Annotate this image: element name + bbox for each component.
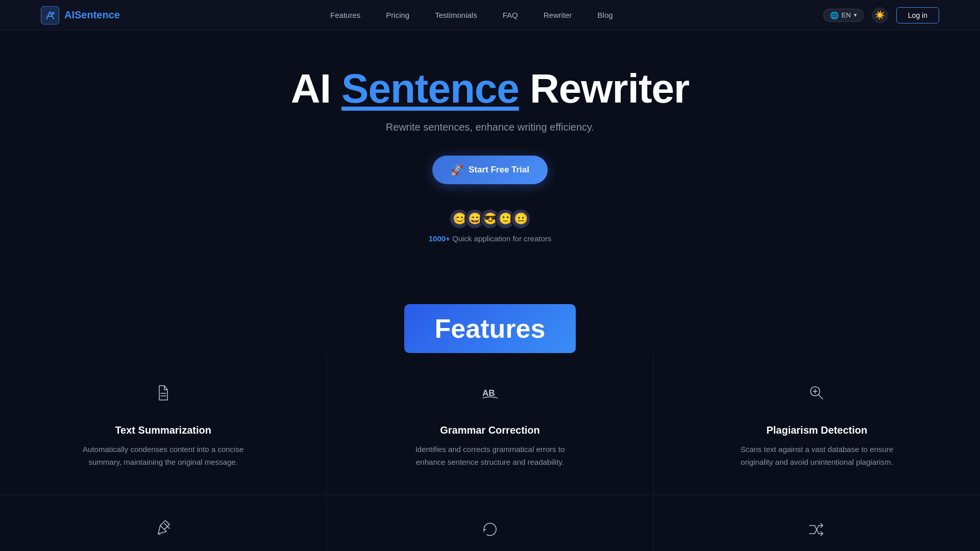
search-zoom-icon <box>807 384 826 415</box>
nav-rewriter[interactable]: Rewriter <box>544 11 572 19</box>
social-proof: 😊 😄 😎 🙂 😐 1000+ Quick application for cr… <box>429 209 552 243</box>
nav-blog[interactable]: Blog <box>598 11 613 19</box>
cta-label: Start Free Trial <box>469 165 529 175</box>
nav-links: Features Pricing Testimonials FAQ Rewrit… <box>330 11 612 19</box>
ab-icon: AB <box>481 384 499 415</box>
hero-title-blue: Sentence <box>341 66 519 111</box>
logo-svg <box>44 10 56 21</box>
feature-grammar-correction: AB Grammar Correction Identifies and cor… <box>327 353 653 495</box>
hero-title-prefix: AI <box>291 66 341 111</box>
shuffle-svg <box>807 520 826 539</box>
hero-title-suffix: Rewriter <box>519 66 689 111</box>
feature-plagiarism-detection: Plagiarism Detection Scans text against … <box>654 353 980 495</box>
features-grid-bottom: Style Improvement Refines sentence fluen… <box>0 495 980 552</box>
pencil-svg <box>154 520 173 539</box>
user-count-suffix: Quick application for creators <box>450 234 551 243</box>
logo[interactable]: AISentence <box>41 6 120 24</box>
pencil-icon <box>154 520 173 552</box>
logo-text: AISentence <box>64 9 120 21</box>
svg-line-8 <box>158 534 160 535</box>
user-count-number: 1000+ <box>429 234 450 243</box>
svg-line-5 <box>819 395 823 399</box>
shuffle-icon <box>807 520 826 552</box>
nav-features[interactable]: Features <box>330 11 360 19</box>
cta-button[interactable]: 🚀 Start Free Trial <box>432 156 548 184</box>
feature-multiple-variations: Multiple Variations Generates diverse ve… <box>654 495 980 552</box>
nav-testimonials[interactable]: Testimonials <box>435 11 477 19</box>
feature-style-improvement: Style Improvement Refines sentence fluen… <box>0 495 326 552</box>
feature-text-summarization: Text Summarization Automatically condens… <box>0 353 326 495</box>
features-banner: Features <box>404 304 576 353</box>
user-count-text: 1000+ Quick application for creators <box>429 234 552 243</box>
lang-selector[interactable]: 🌐 EN ▾ <box>823 9 864 22</box>
nav-pricing[interactable]: Pricing <box>386 11 409 19</box>
refresh-svg <box>481 520 499 539</box>
nav-faq[interactable]: FAQ <box>503 11 518 19</box>
svg-point-0 <box>52 12 55 15</box>
features-section: Features Text Summarization Automaticall… <box>0 304 980 551</box>
file-icon <box>154 384 173 415</box>
refresh-icon <box>481 520 499 552</box>
ab-svg: AB <box>481 384 499 402</box>
chevron-down-icon: ▾ <box>854 12 857 18</box>
search-zoom-svg <box>807 384 826 402</box>
hero-title: AI Sentence Rewriter <box>291 66 689 111</box>
avatar-stack: 😊 😄 😎 🙂 😐 <box>449 209 531 229</box>
feature-title-1: Text Summarization <box>115 424 211 436</box>
feature-title-3: Plagiarism Detection <box>766 424 867 436</box>
sun-icon: ☀️ <box>875 10 885 20</box>
lang-label: EN <box>842 11 851 19</box>
hero-subtitle: Rewrite sentences, enhance writing effic… <box>386 121 594 133</box>
avatar-5: 😐 <box>510 209 531 229</box>
nav-right: 🌐 EN ▾ ☀️ Log in <box>823 7 939 23</box>
theme-toggle-button[interactable]: ☀️ <box>872 7 888 23</box>
globe-icon: 🌐 <box>830 11 839 19</box>
feature-desc-2: Identifies and corrects grammatical erro… <box>408 443 572 469</box>
hero-section: AI Sentence Rewriter Rewrite sentences, … <box>0 0 980 304</box>
features-grid: Text Summarization Automatically condens… <box>0 353 980 495</box>
feature-title-2: Grammar Correction <box>440 424 540 436</box>
navbar: AISentence Features Pricing Testimonials… <box>0 0 980 31</box>
file-svg <box>154 384 173 402</box>
feature-desc-3: Scans text against a vast database to en… <box>735 443 898 469</box>
login-button[interactable]: Log in <box>896 7 939 23</box>
logo-icon <box>41 6 59 24</box>
feature-desc-1: Automatically condenses content into a c… <box>82 443 245 469</box>
feature-instant-rewriting: Instant Rewriting Provides immediate sug… <box>327 495 653 552</box>
rocket-icon: 🚀 <box>451 164 463 176</box>
svg-text:AB: AB <box>482 388 495 398</box>
